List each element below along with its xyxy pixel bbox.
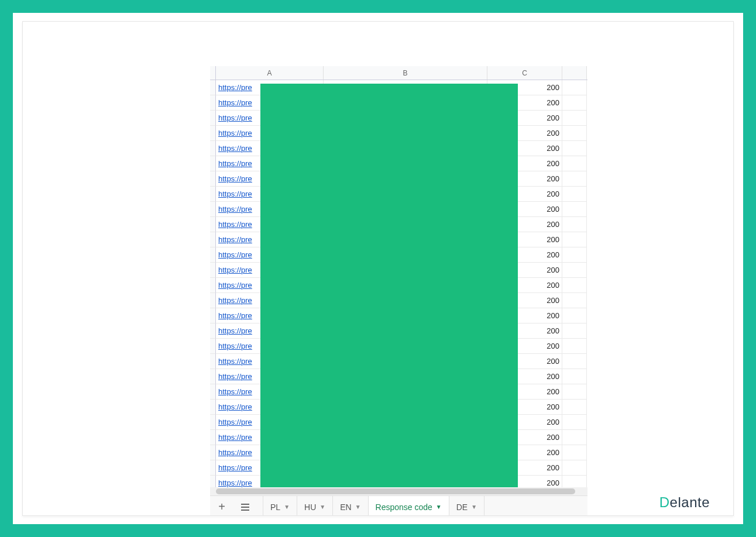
chevron-down-icon: ▼ bbox=[471, 504, 477, 510]
cell-d[interactable] bbox=[562, 141, 587, 156]
cell-d[interactable] bbox=[562, 111, 587, 126]
sheet-tab-label: PL bbox=[270, 502, 280, 512]
chevron-down-icon: ▼ bbox=[355, 504, 361, 510]
logo-first-letter: D bbox=[659, 494, 670, 510]
row-header[interactable] bbox=[210, 126, 216, 141]
row-header[interactable] bbox=[210, 308, 216, 323]
cell-d[interactable] bbox=[562, 202, 587, 217]
cell-d[interactable] bbox=[562, 354, 587, 369]
cell-d[interactable] bbox=[562, 156, 587, 171]
logo-text: elante bbox=[670, 494, 710, 510]
cell-d[interactable] bbox=[562, 415, 587, 430]
sheet-tab-label: Response code bbox=[376, 502, 432, 512]
cell-d[interactable] bbox=[562, 430, 587, 445]
cell-d[interactable] bbox=[562, 400, 587, 415]
row-header[interactable] bbox=[210, 111, 216, 126]
row-header[interactable] bbox=[210, 400, 216, 415]
cell-d[interactable] bbox=[562, 308, 587, 323]
row-header[interactable] bbox=[210, 141, 216, 156]
cell-d[interactable] bbox=[562, 339, 587, 354]
cell-d[interactable] bbox=[562, 323, 587, 339]
column-header-c[interactable]: C bbox=[487, 66, 562, 80]
cell-d[interactable] bbox=[562, 80, 587, 95]
row-header[interactable] bbox=[210, 415, 216, 430]
row-header[interactable] bbox=[210, 232, 216, 247]
row-header[interactable] bbox=[210, 187, 216, 202]
redaction-overlay bbox=[260, 84, 518, 491]
row-header[interactable] bbox=[210, 293, 216, 308]
row-header[interactable] bbox=[210, 354, 216, 369]
add-sheet-button[interactable]: + bbox=[210, 496, 233, 517]
cell-d[interactable] bbox=[562, 293, 587, 308]
brand-frame: A B C https://pre200https://pre200https:… bbox=[0, 0, 756, 537]
sheet-tab-response-code[interactable]: Response code▼ bbox=[368, 495, 449, 517]
cell-d[interactable] bbox=[562, 369, 587, 384]
horizontal-scrollbar[interactable] bbox=[210, 487, 587, 495]
row-header[interactable] bbox=[210, 430, 216, 445]
corner-cell[interactable] bbox=[210, 66, 216, 80]
cell-d[interactable] bbox=[562, 384, 587, 400]
row-header[interactable] bbox=[210, 445, 216, 460]
all-sheets-button[interactable] bbox=[233, 496, 257, 517]
cell-d[interactable] bbox=[562, 187, 587, 202]
cell-d[interactable] bbox=[562, 263, 587, 278]
cell-d[interactable] bbox=[562, 232, 587, 247]
sheet-tab-pl[interactable]: PL▼ bbox=[263, 496, 297, 517]
row-header[interactable] bbox=[210, 369, 216, 384]
chevron-down-icon: ▼ bbox=[436, 504, 442, 510]
cell-d[interactable] bbox=[562, 278, 587, 293]
delante-logo: Delante bbox=[659, 494, 710, 511]
content-card: A B C https://pre200https://pre200https:… bbox=[22, 21, 734, 516]
cell-d[interactable] bbox=[562, 247, 587, 263]
sheet-tab-label: HU bbox=[304, 502, 316, 512]
row-header[interactable] bbox=[210, 278, 216, 293]
cell-d[interactable] bbox=[562, 217, 587, 232]
hamburger-icon bbox=[241, 504, 249, 511]
row-header[interactable] bbox=[210, 202, 216, 217]
sheet-tabs-bar: + PL▼HU▼EN▼Response code▼DE▼ bbox=[210, 495, 587, 516]
chevron-down-icon: ▼ bbox=[319, 504, 325, 510]
sheet-tab-label: EN bbox=[340, 502, 351, 512]
cell-d[interactable] bbox=[562, 445, 587, 460]
row-header[interactable] bbox=[210, 460, 216, 476]
sheet-tab-hu[interactable]: HU▼ bbox=[297, 496, 333, 517]
scrollbar-thumb[interactable] bbox=[216, 488, 575, 494]
cell-d[interactable] bbox=[562, 460, 587, 476]
row-header[interactable] bbox=[210, 263, 216, 278]
column-header-row: A B C bbox=[210, 66, 587, 80]
row-header[interactable] bbox=[210, 171, 216, 187]
row-header[interactable] bbox=[210, 339, 216, 354]
row-header[interactable] bbox=[210, 156, 216, 171]
row-header[interactable] bbox=[210, 323, 216, 339]
sheet-tab-de[interactable]: DE▼ bbox=[449, 496, 484, 517]
column-header-b[interactable]: B bbox=[324, 66, 487, 80]
sheet-tab-en[interactable]: EN▼ bbox=[332, 496, 368, 517]
row-header[interactable] bbox=[210, 247, 216, 263]
chevron-down-icon: ▼ bbox=[284, 504, 290, 510]
column-header-d[interactable] bbox=[562, 66, 587, 80]
cell-d[interactable] bbox=[562, 126, 587, 141]
row-header[interactable] bbox=[210, 95, 216, 111]
row-header[interactable] bbox=[210, 80, 216, 95]
cell-d[interactable] bbox=[562, 95, 587, 111]
row-header[interactable] bbox=[210, 384, 216, 400]
row-header[interactable] bbox=[210, 217, 216, 232]
column-header-a[interactable]: A bbox=[216, 66, 324, 80]
sheet-tab-label: DE bbox=[456, 502, 468, 512]
cell-d[interactable] bbox=[562, 171, 587, 187]
